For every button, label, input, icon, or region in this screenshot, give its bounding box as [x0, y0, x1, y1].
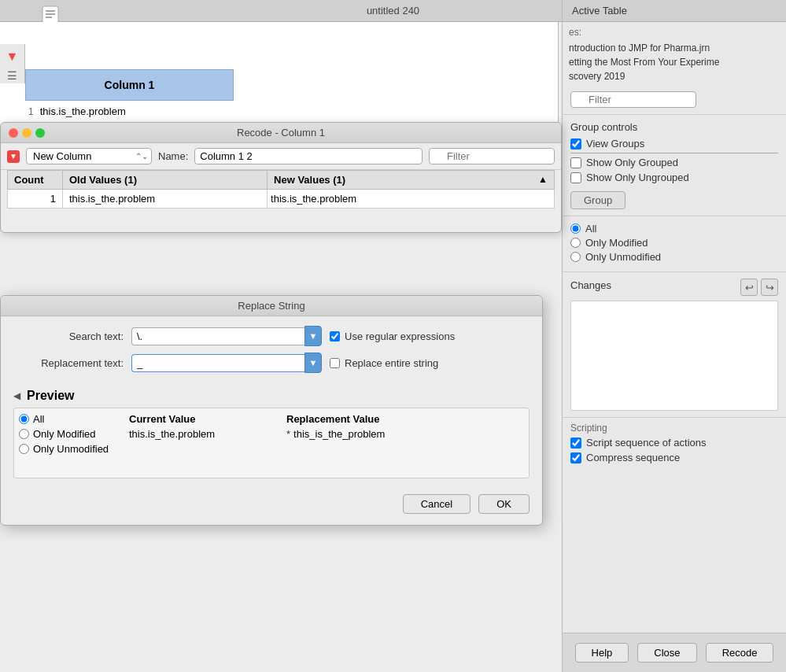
row1: 1 this.is_the.problem — [25, 101, 234, 123]
filter-wrap: 🔍 — [570, 91, 696, 108]
show-only-ungrouped-checkbox[interactable] — [570, 172, 581, 183]
col-count-header[interactable]: Count — [8, 171, 63, 190]
changes-header: Changes ↩ ↪ — [570, 279, 778, 296]
use-regex-checkbox[interactable] — [330, 331, 340, 342]
replace-dialog: Replace String Search text: ▼ Use regula… — [0, 295, 543, 526]
show-only-grouped-checkbox[interactable] — [570, 157, 581, 168]
show-only-grouped-label: Show Only Grouped — [586, 157, 678, 168]
preview-star: * — [286, 428, 290, 440]
group-button[interactable]: Group — [570, 191, 625, 209]
recode-button[interactable]: Recode — [706, 643, 774, 663]
close-button[interactable]: Close — [637, 643, 696, 663]
preview-replacement-header: Replacement Value — [286, 413, 444, 425]
filter-input[interactable] — [570, 91, 696, 108]
recode-filter-wrap: 🔍 — [429, 148, 555, 164]
compress-sequence-row: Compress sequence — [570, 452, 778, 463]
preview-radio-modified-row: Only Modified — [19, 428, 121, 440]
right-panel-buttons: Help Close Recode — [563, 633, 786, 672]
column-type-value: New Column — [33, 150, 91, 162]
show-only-grouped-row: Show Only Grouped — [570, 157, 778, 168]
replacement-dropdown-btn[interactable]: ▼ — [304, 353, 322, 373]
close-window-btn[interactable] — [9, 128, 18, 138]
row1-value: this.is_the.problem — [40, 105, 126, 117]
recode-title: Recode - Column 1 — [237, 127, 325, 138]
table-row: 1 this.is_the.problem — [8, 190, 555, 209]
view-groups-checkbox[interactable] — [570, 138, 581, 150]
right-panel-title: Active Table — [563, 0, 786, 22]
radio-only-unmodified-label: Only Unmodified — [585, 251, 661, 263]
recode-filter-input[interactable] — [429, 148, 555, 164]
preview-radio-all[interactable] — [19, 414, 29, 424]
recent-file-0[interactable]: ntroduction to JMP for Pharma.jrn — [569, 41, 780, 55]
ok-button[interactable]: OK — [478, 494, 530, 514]
toolbar-left: ▼ ☰ — [0, 44, 25, 83]
col1-header-text: Column 1 — [105, 79, 155, 91]
group-controls-label: Group controls — [570, 121, 778, 133]
show-only-ungrouped-label: Show Only Ungrouped — [586, 172, 689, 183]
app-title: untitled 240 — [367, 5, 419, 17]
compress-sequence-checkbox[interactable] — [570, 452, 581, 463]
preview-radio-only-unmodified-label: Only Unmodified — [33, 443, 109, 455]
preview-chevron-icon: ◀ — [13, 390, 20, 401]
cancel-button[interactable]: Cancel — [403, 494, 470, 514]
right-panel: Active Table es: ntroduction to JMP for … — [562, 0, 786, 672]
preview-radio-only-unmodified[interactable] — [19, 444, 29, 454]
radio-only-modified[interactable] — [570, 238, 581, 248]
chevron-down-icon: ⌃⌄ — [135, 152, 148, 161]
radio-all[interactable] — [570, 223, 581, 234]
changes-canvas — [570, 301, 778, 411]
radio-filter-section: All Only Modified Only Unmodified — [563, 216, 786, 271]
preview-data-row: this.is_the.problem * this_is_the_proble… — [129, 428, 524, 440]
undo-button[interactable]: ↩ — [740, 279, 758, 296]
view-groups-row: View Groups — [570, 138, 778, 150]
preview-radio-only-modified[interactable] — [19, 429, 29, 439]
dropdown-red-icon: ▼ — [7, 150, 20, 163]
recode-toolbar: ▼ New Column ⌃⌄ Name: 🔍 — [1, 143, 561, 170]
changes-section: Changes ↩ ↪ — [563, 271, 786, 417]
changes-label: Changes — [570, 279, 611, 291]
search-text-input[interactable] — [131, 327, 304, 345]
col1-header: Column 1 — [25, 69, 234, 101]
help-button[interactable]: Help — [575, 643, 629, 663]
use-regex-label: Use regular expressions — [345, 330, 455, 342]
preview-radio-all-row: All — [19, 413, 121, 425]
col-old-header[interactable]: Old Values (1) — [63, 171, 268, 190]
recent-file-2[interactable]: scovery 2019 — [569, 69, 780, 83]
table-header-row: Count Old Values (1) New Values (1) ▲ — [8, 171, 555, 190]
script-sequence-row: Script sequence of actions — [570, 437, 778, 449]
preview-header: ◀ Preview — [13, 389, 530, 403]
scripting-label: Scripting — [570, 423, 778, 434]
maximize-window-btn[interactable] — [35, 128, 45, 138]
column-type-dropdown[interactable]: New Column ⌃⌄ — [26, 148, 152, 164]
recent-file-1[interactable]: etting the Most From Your Experime — [569, 55, 780, 69]
redo-button[interactable]: ↪ — [761, 279, 778, 296]
column-name-input[interactable] — [194, 148, 423, 164]
view-groups-label: View Groups — [586, 138, 644, 150]
new-value-input[interactable] — [271, 193, 551, 205]
radio-only-modified-row: Only Modified — [570, 237, 778, 249]
use-regex-area: Use regular expressions — [330, 330, 455, 342]
radio-only-unmodified[interactable] — [570, 252, 581, 262]
new-value-cell[interactable] — [268, 190, 555, 209]
preview-table: Current Value Replacement Value this.is_… — [129, 413, 524, 440]
preview-current-header: Current Value — [129, 413, 286, 425]
group-controls-section: Group controls View Groups Show Only Gro… — [563, 114, 786, 216]
compress-sequence-label: Compress sequence — [586, 452, 680, 463]
window-controls — [9, 128, 45, 138]
recent-files-area: es: ntroduction to JMP for Pharma.jrn et… — [563, 22, 786, 88]
preview-current-val: this.is_the.problem — [129, 428, 286, 440]
replacement-text-input[interactable] — [131, 354, 304, 372]
dialog-buttons: Cancel OK — [1, 488, 542, 525]
minimize-window-btn[interactable] — [22, 128, 31, 138]
search-dropdown-btn[interactable]: ▼ — [304, 326, 322, 346]
preview-radio-col: All Only Modified Only Unmodified — [19, 413, 121, 455]
search-label: Search text: — [13, 330, 124, 342]
replace-entire-checkbox[interactable] — [330, 358, 340, 368]
dialog-body: Search text: ▼ Use regular expressions R… — [1, 316, 542, 389]
show-only-ungrouped-row: Show Only Ungrouped — [570, 172, 778, 183]
recode-window: Recode - Column 1 ▼ New Column ⌃⌄ Name: … — [0, 122, 562, 233]
radio-only-unmodified-row: Only Unmodified — [570, 251, 778, 263]
preview-radio-only-modified-label: Only Modified — [33, 428, 95, 440]
script-sequence-checkbox[interactable] — [570, 438, 581, 449]
col-new-header[interactable]: New Values (1) ▲ — [268, 171, 555, 190]
